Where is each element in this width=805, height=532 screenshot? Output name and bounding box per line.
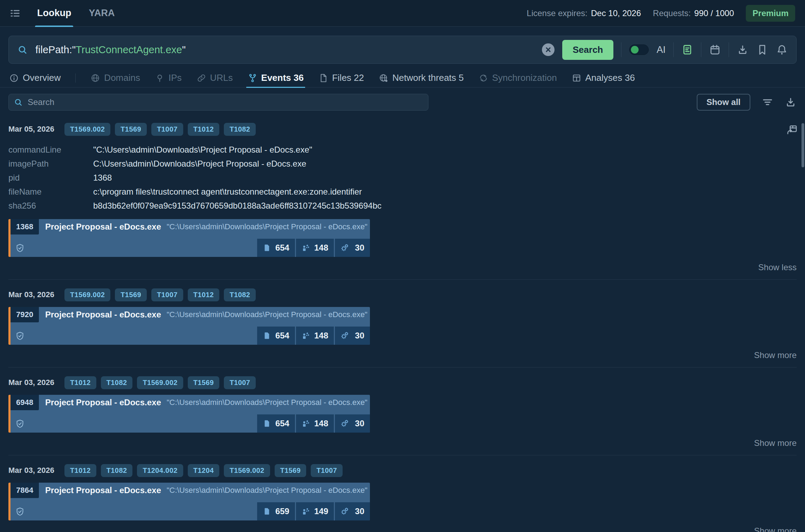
event-date: Mar 03, 2026	[8, 466, 64, 475]
event-fields: commandLine"C:\Users\admin\Downloads\Pro…	[8, 143, 797, 213]
tab-synchronization[interactable]: Synchronization	[479, 69, 557, 88]
tab-yara[interactable]: YARA	[87, 0, 116, 27]
search-button[interactable]: Search	[562, 40, 614, 60]
mitre-tag[interactable]: T1007	[224, 376, 256, 389]
mitre-tag[interactable]: T1082	[101, 464, 133, 477]
field-label: imagePath	[8, 157, 93, 171]
download-icon[interactable]	[737, 44, 749, 56]
tab-divider	[75, 74, 76, 83]
tab-lookup-label: Lookup	[37, 8, 71, 19]
count-value: 654	[275, 419, 289, 428]
modules-icon	[302, 244, 310, 252]
files-count: 659	[257, 502, 295, 520]
calendar-icon[interactable]	[709, 44, 721, 56]
tab-label: Overview	[23, 72, 61, 83]
open-in-window-icon[interactable]	[786, 124, 798, 136]
files-count: 654	[257, 414, 295, 433]
tab-label: Synchronization	[492, 72, 557, 83]
mitre-tag[interactable]: T1007	[151, 288, 183, 301]
mitre-tag[interactable]: T1082	[224, 288, 256, 301]
mitre-tag[interactable]: T1082	[224, 123, 256, 136]
event-header: Mar 03, 2026T1012T1082T1569.002T1569T100…	[8, 377, 797, 388]
mitre-tag[interactable]: T1569	[115, 288, 147, 301]
mitre-tag[interactable]: T1007	[311, 464, 343, 477]
process-name: Project Proposal - eDocs.exe	[45, 310, 161, 320]
show-toggle-link[interactable]: Show less	[8, 262, 797, 272]
process-card[interactable]: 1368Project Proposal - eDocs.exe"C:\User…	[8, 219, 370, 257]
files-icon	[263, 419, 271, 428]
topbar-right: License expires: Dec 10, 2026 Requests: …	[527, 5, 795, 22]
field-value: "C:\Users\admin\Downloads\Project Propos…	[93, 143, 312, 157]
mitre-tag[interactable]: T1012	[64, 376, 96, 389]
count-value: 148	[314, 419, 328, 428]
tab-overview[interactable]: Overview	[9, 69, 61, 88]
search-icon	[14, 98, 23, 107]
process-pid-badge: 7864	[11, 483, 39, 498]
tab-network-threats-5[interactable]: Network threats 5	[379, 69, 464, 88]
lookup-search-bar: filePath:"TrustConnectAgent.exe" Search …	[8, 36, 797, 64]
search-icon	[17, 44, 28, 55]
ai-toggle[interactable]	[629, 44, 649, 55]
count-value: 30	[355, 243, 364, 253]
process-card[interactable]: 6948Project Proposal - eDocs.exe"C:\User…	[8, 395, 370, 433]
tab-label: URLs	[210, 72, 233, 83]
pin-icon	[155, 73, 165, 83]
show-toggle-link[interactable]: Show more	[8, 438, 797, 448]
process-path: "C:\Users\admin\Downloads\Project Propos…	[167, 486, 367, 495]
ai-label: AI	[656, 44, 666, 55]
show-toggle-link[interactable]: Show more	[8, 350, 797, 360]
mitre-tag[interactable]: T1012	[64, 464, 96, 477]
gears-count: 30	[335, 239, 370, 257]
mitre-tag[interactable]: T1204.002	[137, 464, 183, 477]
mitre-tag[interactable]: T1569.002	[64, 288, 110, 301]
tab-urls[interactable]: URLs	[197, 69, 233, 88]
scrollbar-thumb[interactable]	[801, 123, 804, 167]
mitre-tag[interactable]: T1007	[151, 123, 183, 136]
show-all-button[interactable]: Show all	[697, 94, 750, 111]
mitre-tag[interactable]: T1012	[188, 123, 220, 136]
process-card-header: 7864Project Proposal - eDocs.exe"C:\User…	[11, 483, 370, 498]
mitre-tag[interactable]: T1082	[101, 376, 133, 389]
mitre-tag[interactable]: T1569.002	[137, 376, 183, 389]
report-icon[interactable]	[681, 44, 693, 56]
mitre-tag[interactable]: T1569	[275, 464, 307, 477]
tab-label: Files 22	[332, 72, 364, 83]
tab-files-22[interactable]: Files 22	[318, 69, 364, 88]
show-toggle-link[interactable]: Show more	[8, 526, 797, 532]
gears-icon	[340, 244, 349, 252]
process-card-header: 6948Project Proposal - eDocs.exe"C:\User…	[11, 395, 370, 410]
file-icon	[318, 73, 328, 83]
notifications-bell-icon[interactable]	[776, 44, 788, 56]
process-card[interactable]: 7864Project Proposal - eDocs.exe"C:\User…	[8, 483, 370, 520]
mitre-tag[interactable]: T1569.002	[224, 464, 270, 477]
mitre-tags-list: T1569.002T1569T1007T1012T1082	[64, 288, 256, 301]
tab-label: Analyses 36	[585, 72, 635, 83]
bookmark-icon[interactable]	[756, 44, 768, 56]
tab-domains[interactable]: Domains	[90, 69, 140, 88]
tab-analyses-36[interactable]: Analyses 36	[572, 69, 635, 88]
tab-lookup[interactable]: Lookup	[36, 0, 73, 27]
count-value: 654	[275, 243, 289, 253]
mitre-tag[interactable]: T1012	[188, 288, 220, 301]
clear-search-icon[interactable]	[542, 43, 555, 56]
shield-check-icon	[15, 331, 25, 341]
process-pid-badge: 6948	[11, 395, 39, 410]
modules-count: 148	[296, 414, 334, 433]
tab-events-36[interactable]: Events 36	[248, 69, 304, 88]
top-bar: Lookup YARA License expires: Dec 10, 202…	[0, 0, 805, 27]
globe-icon	[90, 73, 100, 83]
export-download-icon[interactable]	[785, 96, 797, 108]
field-label: fileName	[8, 185, 93, 199]
process-card[interactable]: 7920Project Proposal - eDocs.exe"C:\User…	[8, 307, 370, 345]
mitre-tag[interactable]: T1569.002	[64, 123, 110, 136]
gears-count: 30	[335, 502, 370, 520]
mitre-tag[interactable]: T1204	[188, 464, 220, 477]
tab-ips[interactable]: IPs	[155, 69, 182, 88]
mitre-tag[interactable]: T1569	[188, 376, 220, 389]
results-search-input[interactable]	[28, 97, 423, 107]
filter-icon[interactable]	[762, 96, 773, 108]
mitre-tag[interactable]: T1569	[115, 123, 147, 136]
menu-icon[interactable]	[9, 7, 21, 19]
process-path: "C:\Users\admin\Downloads\Project Propos…	[167, 398, 367, 407]
search-query-input[interactable]: filePath:"TrustConnectAgent.exe"	[35, 44, 186, 56]
